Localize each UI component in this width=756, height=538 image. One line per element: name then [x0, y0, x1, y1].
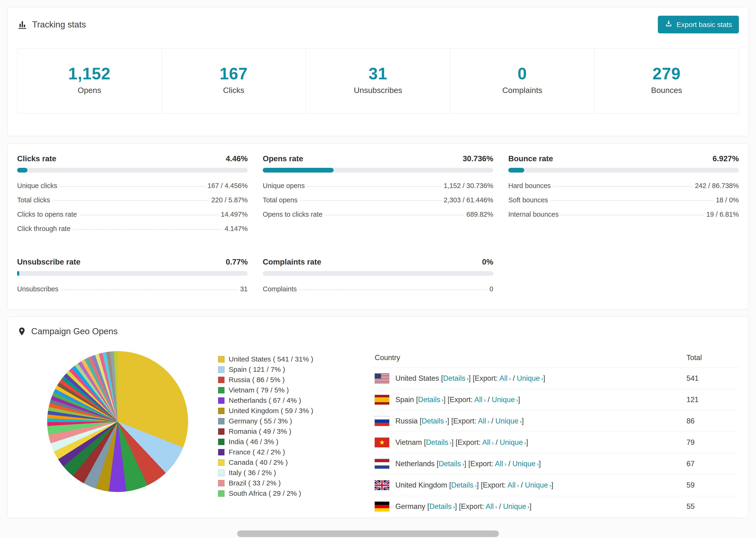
legend-label: Brazil ( 33 / 2% ) [229, 479, 281, 487]
legend-swatch [218, 470, 225, 476]
chevron-right-icon: › [445, 418, 447, 425]
rate-detail-label: Soft bounces [508, 196, 548, 204]
rate-detail-label: Internal bounces [508, 211, 559, 218]
legend-swatch [218, 490, 225, 497]
bracket: ] [ [452, 438, 458, 447]
export-all-link[interactable]: All› [495, 459, 506, 468]
rate-head: Clicks rate4.46% [17, 154, 248, 163]
rate-detail-row: Click through rate4.147% [17, 222, 248, 236]
rate-title: Opens rate [263, 154, 303, 163]
details-link-label: Details [426, 438, 448, 447]
export-all-link-label: All [508, 481, 515, 489]
export-all-link-label: All [499, 374, 507, 382]
rate-value: 30.736% [463, 154, 493, 163]
export-unique-link[interactable]: Unique› [495, 417, 522, 425]
rates-grid: Clicks rate4.46%Unique clicks167 / 4.456… [17, 154, 739, 296]
export-unique-link-label: Unique [492, 396, 515, 404]
rate-detail-row: Clicks to opens rate14.497% [17, 207, 248, 222]
chevron-right-icon: › [509, 376, 511, 382]
stat-value: 279 [594, 66, 739, 82]
horizontal-scrollbar-thumb[interactable] [237, 530, 499, 537]
vn-flag-icon [375, 438, 389, 447]
dotted-leader [551, 200, 713, 201]
country-name: Russia [395, 417, 418, 425]
rate-detail-value: 689.82% [466, 211, 494, 218]
legend-label: South Africa ( 29 / 2% ) [229, 489, 301, 497]
bracket: ] [518, 396, 520, 404]
stat-box-complaints: 0Complaints [450, 49, 594, 113]
export-all-link[interactable]: All› [508, 481, 519, 489]
separator: / [486, 396, 492, 404]
details-link-label: Details [422, 417, 444, 425]
stat-value: 1,152 [17, 66, 162, 82]
geo-content: United States ( 541 / 31% )Spain ( 121 /… [17, 348, 739, 517]
legend-swatch [218, 366, 225, 373]
country-total: 55 [684, 496, 739, 517]
chevron-right-icon: › [505, 461, 507, 467]
rate-rows: Complaints0 [263, 282, 493, 296]
export-label: Export: [453, 417, 478, 425]
legend-swatch [218, 449, 225, 456]
export-unique-link[interactable]: Unique› [517, 374, 543, 382]
export-unique-link[interactable]: Unique› [500, 438, 526, 447]
export-all-link[interactable]: All› [478, 417, 489, 425]
rate-detail-value: 14.497% [221, 211, 248, 218]
legend-swatch [218, 356, 225, 362]
de-flag-icon [375, 502, 389, 511]
export-unique-link[interactable]: Unique› [503, 502, 529, 511]
export-unique-link[interactable]: Unique› [525, 481, 551, 489]
export-all-link[interactable]: All› [482, 438, 494, 447]
bracket: ] [522, 417, 524, 425]
legend-label: United Kingdom ( 59 / 3% ) [229, 407, 313, 415]
legend-swatch [218, 408, 225, 414]
export-all-link[interactable]: All› [499, 374, 511, 382]
country-name: United States [395, 374, 439, 382]
country-text: United States [Details›] [Export: All› /… [395, 374, 545, 383]
country-text: Netherlands [Details›] [Export: All› / U… [395, 459, 541, 468]
export-unique-link-label: Unique [500, 438, 523, 447]
dotted-leader [299, 290, 487, 290]
details-link[interactable]: Details› [418, 396, 444, 404]
progress-bar [263, 168, 493, 173]
rate-block: Unsubscribe rate0.77%Unsubscribes31 [17, 257, 248, 296]
details-link[interactable]: Details› [422, 417, 447, 425]
country-wrap: Russia [Details›] [Export: All› / Unique… [375, 416, 681, 426]
legend-item: Italy ( 36 / 2% ) [218, 467, 328, 478]
details-link[interactable]: Details› [426, 438, 452, 447]
export-all-link-label: All [495, 459, 503, 468]
country-text: United Kingdom [Details›] [Export: All› … [395, 481, 553, 489]
stat-box-opens: 1,152Opens [17, 49, 162, 113]
dotted-leader [80, 215, 218, 215]
rate-rows: Unsubscribes31 [17, 282, 248, 296]
export-all-link-label: All [482, 438, 490, 447]
rate-detail-value: 18 / 0% [716, 196, 739, 204]
dotted-leader [73, 229, 222, 230]
details-link[interactable]: Details› [439, 459, 464, 468]
details-link[interactable]: Details› [451, 481, 477, 489]
legend-item: Brazil ( 33 / 2% ) [218, 478, 328, 488]
chevron-right-icon: › [527, 504, 529, 510]
stat-label: Complaints [450, 86, 594, 95]
country-text: Russia [Details›] [Export: All› / Unique… [395, 417, 524, 425]
export-unique-link[interactable]: Unique› [492, 396, 518, 404]
geo-table: Country Total United States [Details›] [… [372, 348, 739, 517]
legend-item: Netherlands ( 67 / 4% ) [218, 395, 328, 405]
chevron-right-icon: › [537, 461, 539, 467]
export-all-link[interactable]: All› [486, 502, 497, 511]
export-label: Export: [458, 438, 482, 447]
details-link[interactable]: Details› [443, 374, 469, 382]
legend-swatch [218, 480, 225, 486]
bracket: ] [551, 481, 553, 489]
rate-value: 6.927% [713, 154, 739, 163]
chevron-right-icon: › [462, 461, 464, 467]
country-name: Netherlands [395, 459, 435, 468]
export-basic-stats-button[interactable]: Export basic stats [658, 16, 739, 33]
country-text: Spain [Details›] [Export: All› / Unique›… [395, 396, 520, 404]
details-link[interactable]: Details› [429, 502, 455, 511]
export-all-link-label: All [486, 502, 494, 511]
bar-chart-icon [17, 20, 27, 30]
table-row: Vietnam [Details›] [Export: All› / Uniqu… [372, 432, 739, 453]
export-unique-link[interactable]: Unique› [512, 459, 539, 468]
rate-detail-row: Soft bounces18 / 0% [508, 193, 739, 207]
export-all-link[interactable]: All› [474, 396, 486, 404]
